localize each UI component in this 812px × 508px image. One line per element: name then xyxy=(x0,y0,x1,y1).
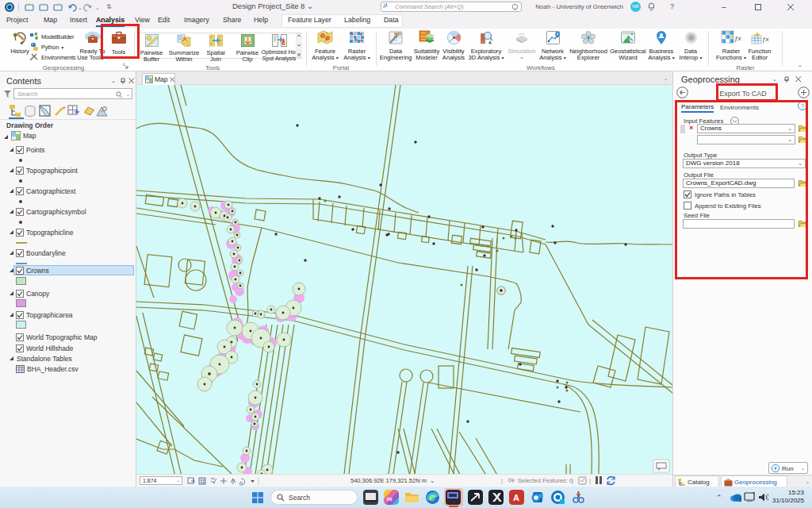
svg-text:A: A xyxy=(513,493,519,502)
svg-text:⌄: ⌄ xyxy=(78,5,82,10)
svg-text:ƒx: ƒx xyxy=(734,35,741,42)
svg-text:⌄: ⌄ xyxy=(95,5,100,10)
svg-text:i: i xyxy=(738,498,739,502)
svg-text:ƒx: ƒx xyxy=(762,36,769,43)
svg-text:⇅: ⇅ xyxy=(106,3,112,10)
